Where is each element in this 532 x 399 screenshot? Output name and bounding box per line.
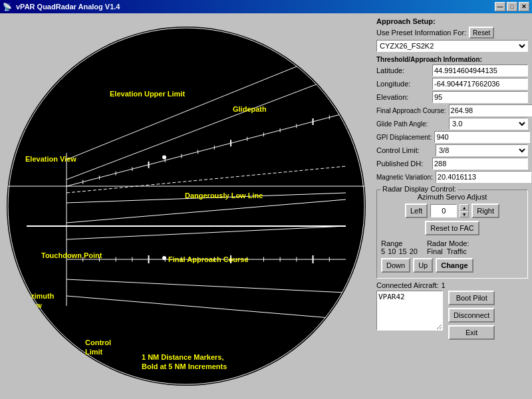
approach-setup-label: Approach Setup:: [376, 17, 528, 25]
preset-select-row: CYZX26_FS2K2: [376, 40, 528, 52]
title-bar-icon: 📡: [3, 3, 12, 11]
title-bar-buttons: — □ ✕: [495, 2, 529, 11]
reset-button[interactable]: Reset: [469, 27, 494, 39]
longitude-label: Longitude:: [376, 80, 430, 88]
radar-mode-group: Radar Mode: Final Traffic: [427, 239, 469, 255]
threshold-section: Threshold/Approach Information: Latitude…: [376, 56, 528, 184]
control-limit-label: Control Limit:: [376, 146, 433, 154]
aircraft-list: VPAR42: [376, 291, 443, 331]
reset-fac-row: Reset to FAC: [381, 221, 523, 235]
connected-label: Connected Aircraft:: [376, 281, 439, 289]
minimize-button[interactable]: —: [495, 2, 505, 11]
fac-input[interactable]: [449, 104, 532, 116]
mag-var-label: Magnetic Variation:: [376, 174, 433, 181]
use-preset-row: Use Preset Information For: Reset: [376, 27, 528, 39]
connected-count: 1: [442, 281, 446, 289]
glidepath-angle-select[interactable]: 3.0: [449, 118, 528, 130]
disconnect-button[interactable]: Disconnect: [448, 308, 495, 323]
radar-mode-values: Final Traffic: [427, 247, 469, 255]
glidepath-angle-label: Glide Path Angle:: [376, 120, 446, 128]
range-mode-row: Range 5 10 15 20 Radar Mode: Final Traff…: [381, 239, 523, 255]
final-label: Final: [427, 247, 443, 255]
range-label: Range: [381, 239, 418, 247]
radar-canvas: [7, 27, 366, 386]
threshold-label: Threshold/Approach Information:: [376, 56, 528, 63]
range-5: 5: [381, 247, 385, 255]
radar-display-section: Radar Display Control: Azimuth Servo Adj…: [376, 190, 528, 279]
azimuth-servo-label: Azimuth Servo Adjust: [381, 193, 523, 201]
traffic-label: Traffic: [447, 247, 467, 255]
right-button[interactable]: Right: [471, 203, 499, 218]
down-button[interactable]: Down: [381, 258, 410, 273]
range-20: 20: [410, 247, 418, 255]
title-bar: 📡 vPAR QuadRadar Analog V1.4 — □ ✕: [0, 0, 532, 13]
published-dh-row: Published DH:: [376, 158, 528, 170]
bottom-buttons: Boot Pilot Disconnect Exit: [448, 291, 495, 340]
main-layout: Elevation Upper Limit Glidepath Elevatio…: [0, 13, 532, 399]
gpi-input[interactable]: [434, 131, 530, 143]
published-dh-label: Published DH:: [376, 160, 430, 168]
spinner-up[interactable]: ▲: [460, 204, 469, 211]
gpi-row: GPI Displacement:: [376, 131, 528, 143]
reset-fac-button[interactable]: Reset to FAC: [425, 221, 479, 235]
glidepath-angle-row: Glide Path Angle: 3.0: [376, 118, 528, 130]
elevation-row: Elevation:: [376, 91, 528, 103]
latitude-input[interactable]: [432, 65, 528, 76]
connected-section: Connected Aircraft: 1 VPAR42 Boot Pilot …: [376, 281, 528, 340]
down-up-change-row: Down Up Change: [381, 258, 523, 273]
servo-spinner[interactable]: ▲ ▼: [460, 204, 469, 217]
right-panel: Approach Setup: Use Preset Information F…: [372, 13, 532, 399]
published-dh-input[interactable]: [432, 158, 528, 170]
use-preset-label: Use Preset Information For:: [376, 29, 466, 37]
up-button[interactable]: Up: [413, 258, 433, 273]
title-bar-text: vPAR QuadRadar Analog V1.4: [16, 3, 120, 11]
control-limit-select[interactable]: 3/8: [436, 144, 528, 156]
connected-header-row: Connected Aircraft: 1: [376, 281, 528, 289]
close-button[interactable]: ✕: [519, 2, 529, 11]
change-button[interactable]: Change: [436, 258, 473, 273]
connected-bottom-row: VPAR42 Boot Pilot Disconnect Exit: [376, 291, 528, 340]
boot-pilot-button[interactable]: Boot Pilot: [448, 291, 495, 305]
gpi-label: GPI Displacement:: [376, 134, 432, 141]
left-button[interactable]: Left: [405, 203, 428, 218]
approach-setup-section: Approach Setup: Use Preset Information F…: [376, 17, 528, 53]
range-15: 15: [398, 247, 406, 255]
longitude-input[interactable]: [432, 78, 528, 90]
mag-var-input[interactable]: [436, 171, 531, 183]
elevation-input[interactable]: [432, 91, 528, 103]
spinner-down[interactable]: ▼: [460, 211, 469, 217]
range-values: 5 10 15 20: [381, 247, 418, 255]
latitude-row: Latitude:: [376, 65, 528, 76]
radar-panel: Elevation Upper Limit Glidepath Elevatio…: [0, 13, 372, 399]
azimuth-servo-row: Left ▲ ▼ Right: [381, 203, 523, 218]
fac-row: Final Approach Course:: [376, 104, 528, 116]
radar-mode-label: Radar Mode:: [427, 239, 469, 247]
latitude-label: Latitude:: [376, 66, 430, 74]
servo-value-input[interactable]: [430, 204, 457, 217]
range-10: 10: [388, 247, 396, 255]
preset-select[interactable]: CYZX26_FS2K2: [376, 40, 528, 52]
maximize-button[interactable]: □: [507, 2, 517, 11]
longitude-row: Longitude:: [376, 78, 528, 90]
fac-label: Final Approach Course:: [376, 107, 446, 114]
radar-circle: Elevation Upper Limit Glidepath Elevatio…: [7, 27, 366, 386]
control-limit-row: Control Limit: 3/8: [376, 144, 528, 156]
elevation-label: Elevation:: [376, 93, 430, 101]
range-group: Range 5 10 15 20: [381, 239, 418, 255]
radar-display-label: Radar Display Control:: [381, 185, 458, 193]
exit-button[interactable]: Exit: [448, 325, 495, 340]
mag-var-row: Magnetic Variation:: [376, 171, 528, 183]
